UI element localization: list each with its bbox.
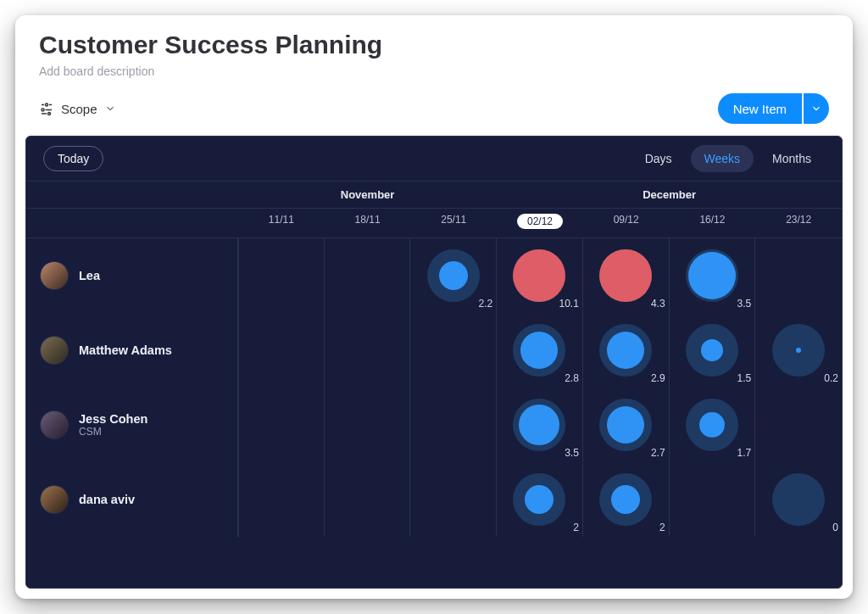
person-cell[interactable]: Lea [26, 238, 238, 313]
settings-toggle-icon [39, 101, 54, 116]
workload-cell[interactable]: 1.5 [670, 313, 756, 388]
avatar [40, 261, 69, 290]
person-name: Matthew Adams [79, 343, 172, 357]
svg-point-0 [46, 103, 48, 106]
workload-bubble [772, 473, 825, 526]
workload-cell [410, 462, 497, 537]
workload-cell [670, 462, 756, 537]
workload-bubble [513, 249, 565, 302]
workload-bubble [686, 399, 738, 451]
date-header-row: 11/1118/1125/1102/1209/1216/1223/12 [26, 209, 842, 238]
person-cell[interactable]: Jess CohenCSM [26, 388, 238, 462]
toolbar: Scope New Item [15, 85, 853, 136]
person-cell[interactable]: Matthew Adams [26, 313, 238, 388]
workload-bubble [599, 473, 652, 526]
header: Customer Success Planning Add board desc… [15, 15, 853, 85]
person-role: CSM [79, 426, 147, 438]
svg-point-2 [48, 113, 51, 115]
workload-cell[interactable]: 0.2 [755, 313, 842, 388]
date-header[interactable]: 16/12 [670, 209, 756, 237]
app-frame: Customer Success Planning Add board desc… [15, 15, 853, 599]
panel-toolbar: Today Days Weeks Months [26, 137, 842, 181]
header-spacer [26, 209, 238, 237]
date-header[interactable]: 18/11 [325, 209, 411, 237]
today-button[interactable]: Today [43, 146, 103, 171]
scope-label: Scope [61, 102, 97, 116]
range-days[interactable]: Days [632, 145, 686, 172]
grid-body: Lea2.210.14.33.5Matthew Adams2.82.91.50.… [26, 238, 842, 588]
month-right: December [497, 181, 842, 208]
person-cell[interactable]: dana aviv [26, 462, 238, 537]
workload-cell [325, 462, 411, 537]
person-row: Matthew Adams2.82.91.50.2 [26, 313, 842, 388]
avatar [40, 410, 69, 439]
workload-cell [238, 388, 325, 462]
date-header[interactable]: 25/11 [410, 209, 497, 237]
workload-value: 2.9 [651, 372, 665, 384]
workload-cell [410, 388, 497, 462]
range-segmented: Days Weeks Months [632, 145, 825, 172]
workload-cell [238, 462, 325, 537]
new-item-dropdown[interactable] [804, 93, 829, 124]
month-header-row: November December [26, 181, 842, 209]
workload-cell [325, 388, 411, 462]
person-name: dana aviv [79, 493, 135, 506]
workload-bubble [599, 324, 652, 377]
date-header[interactable]: 23/12 [755, 209, 842, 237]
workload-cell[interactable]: 4.3 [583, 238, 670, 313]
date-header[interactable]: 11/11 [238, 209, 325, 237]
workload-cell[interactable]: 2.8 [497, 313, 583, 388]
workload-value: 10.1 [559, 298, 578, 310]
workload-cell[interactable]: 2.2 [410, 238, 497, 313]
workload-value: 1.5 [737, 372, 752, 384]
svg-point-1 [42, 109, 44, 111]
workload-value: 2.2 [478, 298, 492, 310]
board-description-input[interactable]: Add board description [39, 64, 829, 78]
workload-value: 3.5 [565, 447, 579, 459]
workload-cell [325, 313, 411, 388]
new-item-group: New Item [718, 93, 829, 124]
workload-bubble [599, 399, 652, 451]
workload-cell[interactable]: 2 [497, 462, 583, 537]
person-row: dana aviv220 [26, 462, 842, 537]
scope-button[interactable]: Scope [39, 101, 116, 116]
workload-cell[interactable]: 0 [755, 462, 842, 537]
range-months[interactable]: Months [759, 145, 825, 172]
person-row: Jess CohenCSM3.52.71.7 [26, 388, 842, 462]
workload-bubble [686, 249, 738, 302]
workload-cell [410, 313, 497, 388]
workload-value: 1.7 [737, 447, 752, 459]
workload-cell[interactable]: 3.5 [670, 238, 756, 313]
workload-bubble [686, 324, 738, 377]
workload-cell [755, 388, 842, 462]
workload-cell[interactable]: 3.5 [497, 388, 583, 462]
workload-cell [325, 238, 411, 313]
workload-value: 3.5 [737, 298, 752, 310]
workload-cell[interactable]: 2 [583, 462, 670, 537]
workload-cell[interactable]: 2.9 [583, 313, 670, 388]
page-title: Customer Success Planning [39, 31, 829, 59]
workload-value: 0 [832, 522, 838, 533]
range-weeks[interactable]: Weeks [691, 145, 754, 172]
workload-cell [238, 313, 325, 388]
workload-bubble [772, 324, 825, 377]
chevron-down-icon [104, 103, 116, 114]
workload-bubble [513, 399, 565, 451]
month-left: November [238, 181, 497, 208]
workload-bubble [599, 249, 652, 302]
workload-cell [238, 238, 325, 313]
date-header[interactable]: 09/12 [583, 209, 670, 237]
avatar [40, 336, 69, 365]
date-header[interactable]: 02/12 [497, 209, 583, 237]
workload-value: 2.8 [565, 372, 579, 384]
workload-panel: Today Days Weeks Months November Decembe… [25, 136, 843, 589]
new-item-button[interactable]: New Item [718, 93, 802, 124]
header-spacer [26, 181, 238, 208]
person-row: Lea2.210.14.33.5 [26, 238, 842, 313]
workload-cell[interactable]: 1.7 [670, 388, 756, 462]
workload-cell[interactable]: 2.7 [583, 388, 670, 462]
workload-value: 2 [659, 522, 665, 533]
workload-cell[interactable]: 10.1 [497, 238, 583, 313]
current-date-pill: 02/12 [517, 214, 563, 229]
workload-value: 2 [573, 522, 579, 533]
